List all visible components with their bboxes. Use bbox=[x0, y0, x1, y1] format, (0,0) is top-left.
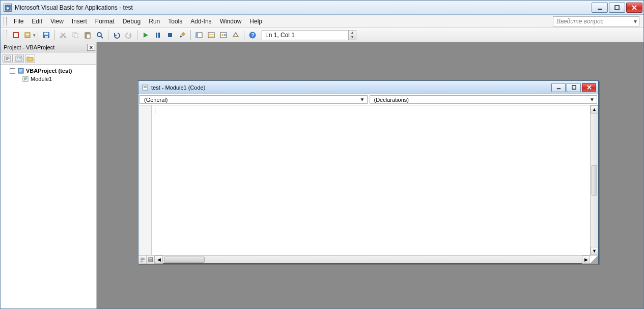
code-window-bottom-row: ◀ ▶ bbox=[138, 255, 598, 263]
menu-grip-icon bbox=[4, 17, 7, 26]
redo-button[interactable] bbox=[123, 30, 134, 41]
menu-view[interactable]: View bbox=[46, 16, 68, 26]
insert-dropdown-caret-icon[interactable]: ▾ bbox=[33, 33, 36, 38]
svg-rect-9 bbox=[26, 34, 29, 35]
full-module-view-button[interactable] bbox=[147, 256, 155, 264]
menu-edit[interactable]: Edit bbox=[27, 16, 46, 26]
cursor-position-readout: Ln 1, Col 1 bbox=[262, 30, 348, 40]
svg-rect-3 bbox=[615, 6, 619, 10]
view-code-button[interactable] bbox=[3, 54, 13, 63]
tree-module-node[interactable]: Module1 bbox=[22, 75, 94, 83]
chevron-down-icon: ▾ bbox=[634, 18, 637, 25]
svg-point-32 bbox=[221, 34, 223, 36]
code-window-minimize-button[interactable] bbox=[551, 83, 566, 92]
object-dropdown-value: (General) bbox=[144, 97, 167, 103]
procedure-dropdown[interactable]: (Declarations) ▼ bbox=[370, 95, 598, 104]
menu-file[interactable]: File bbox=[10, 16, 27, 26]
svg-line-21 bbox=[101, 36, 103, 38]
object-dropdown[interactable]: (General) ▼ bbox=[139, 95, 368, 104]
menu-help[interactable]: Help bbox=[245, 16, 266, 26]
find-button[interactable] bbox=[94, 30, 105, 41]
code-window-titlebar[interactable]: test - Module1 (Code) bbox=[138, 81, 598, 94]
project-explorer-title: Project - VBAProject bbox=[4, 44, 54, 50]
svg-rect-22 bbox=[156, 33, 157, 38]
insert-item-button[interactable] bbox=[22, 30, 34, 41]
svg-rect-8 bbox=[25, 33, 30, 38]
reset-button[interactable] bbox=[164, 30, 176, 41]
menu-tools[interactable]: Tools bbox=[164, 16, 186, 26]
menu-window[interactable]: Window bbox=[216, 16, 246, 26]
tree-collapse-icon[interactable]: − bbox=[10, 68, 15, 74]
code-window-maximize-button[interactable] bbox=[567, 83, 581, 92]
menu-run[interactable]: Run bbox=[145, 16, 164, 26]
svg-rect-24 bbox=[168, 33, 172, 37]
vertical-scrollbar[interactable]: ▲ ▼ bbox=[590, 105, 598, 255]
project-explorer-button[interactable] bbox=[193, 30, 205, 41]
view-object-button[interactable] bbox=[14, 54, 24, 63]
scroll-down-icon[interactable]: ▼ bbox=[591, 247, 598, 255]
project-explorer-close-button[interactable]: × bbox=[87, 44, 95, 51]
scroll-up-icon[interactable]: ▲ bbox=[591, 105, 598, 114]
svg-rect-27 bbox=[196, 33, 198, 38]
project-explorer-header: Project - VBAProject × bbox=[1, 42, 96, 52]
horizontal-scrollbar[interactable]: ◀ ▶ bbox=[155, 256, 590, 263]
undo-button[interactable] bbox=[111, 30, 122, 41]
code-window-controls bbox=[551, 83, 596, 92]
code-margin-strip bbox=[138, 105, 152, 255]
svg-rect-41 bbox=[16, 56, 22, 61]
properties-window-button[interactable] bbox=[206, 30, 217, 41]
minimize-button[interactable] bbox=[592, 3, 608, 13]
help-button[interactable]: ? bbox=[247, 30, 258, 41]
tree-project-label: VBAProject (test) bbox=[26, 67, 72, 75]
maximize-button[interactable] bbox=[609, 3, 625, 13]
svg-rect-42 bbox=[17, 57, 18, 59]
menu-debug[interactable]: Debug bbox=[119, 16, 145, 26]
project-tree: − VBAProject (test) Module1 bbox=[1, 65, 96, 308]
procedure-dropdown-value: (Declarations) bbox=[374, 97, 409, 103]
position-spinner[interactable]: ▲▼ bbox=[348, 30, 356, 40]
code-editor-textarea[interactable] bbox=[152, 105, 590, 255]
resize-grip-icon[interactable] bbox=[590, 256, 598, 264]
main-window-title: Microsoft Visual Basic for Applications … bbox=[15, 4, 592, 11]
svg-text:✱: ✱ bbox=[6, 6, 10, 10]
cut-button[interactable] bbox=[58, 30, 69, 41]
ask-a-question-box[interactable]: Введите вопрос ▾ bbox=[553, 16, 639, 26]
svg-rect-18 bbox=[86, 32, 89, 34]
toolbox-button[interactable] bbox=[230, 30, 241, 41]
paste-button[interactable] bbox=[82, 30, 93, 41]
code-window-title: test - Module1 (Code) bbox=[151, 85, 551, 91]
chevron-down-icon: ▼ bbox=[590, 97, 595, 102]
vertical-scroll-thumb[interactable] bbox=[592, 165, 597, 195]
scroll-right-icon[interactable]: ▶ bbox=[582, 256, 590, 264]
close-button[interactable] bbox=[626, 3, 642, 13]
project-icon bbox=[17, 67, 24, 74]
toggle-folders-button[interactable] bbox=[25, 54, 35, 63]
view-host-app-button[interactable] bbox=[10, 30, 21, 41]
menubar: File Edit View Insert Format Debug Run T… bbox=[1, 15, 643, 28]
copy-button[interactable] bbox=[70, 30, 81, 41]
break-button[interactable] bbox=[152, 30, 163, 41]
procedure-view-button[interactable] bbox=[138, 256, 147, 264]
menu-insert[interactable]: Insert bbox=[68, 16, 91, 26]
scroll-left-icon[interactable]: ◀ bbox=[155, 256, 163, 264]
chevron-down-icon: ▼ bbox=[360, 97, 365, 102]
svg-rect-43 bbox=[19, 57, 21, 59]
standard-toolbar: ▾ ? Ln 1, Col 1 ▲▼ bbox=[1, 28, 643, 42]
menu-addins[interactable]: Add-Ins bbox=[186, 16, 215, 26]
run-sub-button[interactable] bbox=[140, 30, 151, 41]
main-window-controls bbox=[592, 3, 642, 13]
svg-rect-12 bbox=[45, 36, 48, 38]
horizontal-scroll-thumb[interactable] bbox=[164, 257, 205, 263]
tree-project-root[interactable]: − VBAProject (test) bbox=[10, 67, 94, 75]
svg-rect-48 bbox=[572, 86, 575, 89]
workspace-body: Project - VBAProject × − VBAProject (tes… bbox=[1, 42, 643, 308]
menu-format[interactable]: Format bbox=[91, 16, 119, 26]
design-mode-button[interactable] bbox=[177, 30, 188, 41]
module-icon bbox=[22, 75, 29, 82]
module-window-icon bbox=[142, 84, 149, 91]
code-window-close-button[interactable] bbox=[582, 83, 596, 92]
object-browser-button[interactable] bbox=[218, 30, 229, 41]
code-window: test - Module1 (Code) (General) ▼ (Decla… bbox=[138, 80, 599, 264]
svg-rect-28 bbox=[208, 33, 214, 38]
save-button[interactable] bbox=[41, 30, 52, 41]
